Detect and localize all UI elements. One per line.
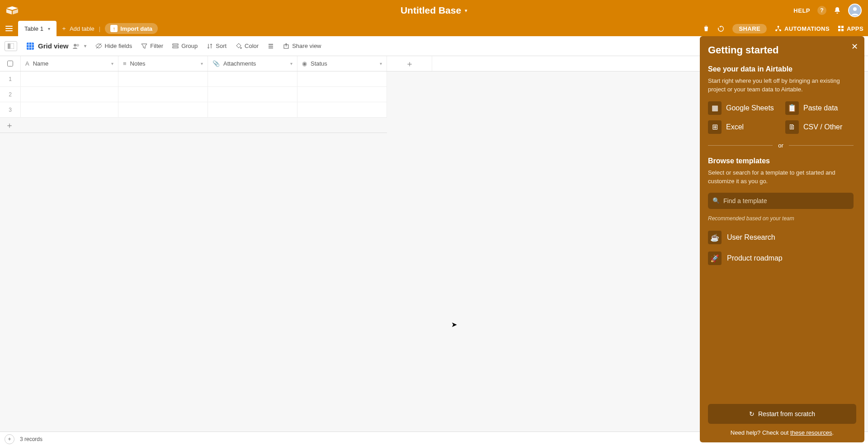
automations-icon [775, 25, 782, 32]
upload-icon: ↑ [110, 25, 118, 32]
add-table-button[interactable]: ＋ Add table [61, 24, 94, 33]
row-height-icon [268, 43, 274, 49]
template-search-input[interactable] [708, 193, 854, 209]
column-dropdown-icon[interactable]: ▾ [290, 61, 292, 66]
share-button[interactable]: SHARE [732, 24, 767, 33]
apps-button[interactable]: APPS [838, 25, 863, 32]
eye-off-icon [95, 43, 102, 49]
column-header-status[interactable]: ◉Status▾ [297, 56, 387, 71]
getting-started-panel: ✕ Getting started See your data in Airta… [700, 36, 864, 442]
column-dropdown-icon[interactable]: ▾ [111, 61, 113, 66]
import-option-paste-data[interactable]: 📋Paste data [785, 101, 854, 115]
template-icon: 🚀 [708, 251, 722, 265]
plus-icon: ＋ [61, 24, 67, 33]
cell[interactable] [297, 87, 387, 102]
base-title-dropdown-icon[interactable]: ▾ [465, 8, 467, 14]
share-icon [283, 43, 289, 49]
history-icon[interactable] [717, 25, 724, 32]
cell[interactable] [297, 71, 387, 86]
cell[interactable] [208, 87, 297, 102]
row-number: 3 [0, 102, 21, 117]
browse-templates-subtitle: Select or search for a template to get s… [708, 169, 854, 186]
template-product-roadmap[interactable]: 🚀Product roadmap [708, 248, 854, 269]
svg-rect-11 [841, 29, 844, 31]
cell[interactable] [208, 71, 297, 86]
help-resources-link[interactable]: these resources [790, 429, 832, 436]
view-sidebar-toggle[interactable] [5, 41, 17, 51]
collaborators-icon[interactable] [72, 43, 80, 49]
base-title[interactable]: Untitled Base [401, 5, 461, 16]
see-data-subtitle: Start right where you left off by bringi… [708, 77, 854, 94]
svg-marker-1 [6, 9, 12, 14]
hamburger-menu-icon[interactable] [5, 24, 14, 33]
color-icon [236, 43, 242, 49]
grid-icon [26, 42, 34, 50]
template-user-research[interactable]: ☕User Research [708, 227, 854, 248]
share-view-button[interactable]: Share view [283, 43, 321, 49]
import-option-csv-other[interactable]: 🗎CSV / Other [785, 120, 854, 134]
table-row[interactable]: 1 [0, 71, 387, 87]
table-row[interactable]: 2 [0, 87, 387, 102]
cell[interactable] [21, 102, 118, 117]
close-panel-button[interactable]: ✕ [851, 42, 858, 52]
add-row-button[interactable]: ＋ [0, 118, 387, 133]
svg-rect-9 [841, 26, 844, 28]
sort-button[interactable]: Sort [207, 43, 226, 49]
group-button[interactable]: Group [172, 43, 198, 49]
cell[interactable] [21, 87, 118, 102]
restart-icon: ↻ [749, 410, 755, 418]
color-button[interactable]: Color [236, 43, 259, 49]
import-option-icon: 🗎 [785, 120, 799, 134]
view-caret-icon[interactable]: ▾ [84, 43, 86, 48]
svg-point-16 [76, 44, 79, 47]
cell[interactable] [118, 87, 208, 102]
column-dropdown-icon[interactable]: ▾ [201, 61, 203, 66]
row-height-button[interactable] [268, 43, 274, 49]
column-dropdown-icon[interactable]: ▾ [380, 61, 382, 66]
restart-button[interactable]: ↻ Restart from scratch [708, 404, 856, 424]
automations-button[interactable]: AUTOMATIONS [775, 25, 830, 32]
add-record-button[interactable]: ＋ [5, 434, 14, 444]
separator: | [99, 25, 100, 32]
column-type-icon: ◉ [302, 60, 307, 67]
notifications-icon[interactable] [834, 7, 841, 14]
svg-point-15 [74, 44, 76, 47]
column-type-icon: ≡ [123, 60, 127, 67]
view-name-dropdown[interactable]: Grid view ▾ [26, 42, 86, 50]
svg-line-17 [96, 43, 101, 48]
table-tab[interactable]: Table 1 ▾ [18, 21, 57, 36]
import-option-icon: 📋 [785, 101, 799, 115]
cell[interactable] [118, 102, 208, 117]
filter-button[interactable]: Filter [141, 43, 163, 49]
cell[interactable] [118, 71, 208, 86]
add-column-button[interactable]: ＋ [387, 56, 432, 71]
svg-point-5 [778, 26, 779, 28]
help-link[interactable]: HELP [793, 7, 810, 14]
cell[interactable] [297, 102, 387, 117]
svg-rect-14 [27, 43, 34, 50]
table-tab-dropdown-icon[interactable]: ▾ [48, 26, 50, 31]
column-header-notes[interactable]: ≡Notes▾ [118, 56, 208, 71]
table-tab-label: Table 1 [24, 25, 43, 32]
import-option-excel[interactable]: ⊞Excel [708, 120, 776, 134]
import-data-button[interactable]: ↑ Import data [105, 23, 158, 34]
trash-icon[interactable] [703, 25, 709, 32]
column-header-attachments[interactable]: 📎Attachments▾ [208, 56, 297, 71]
help-icon[interactable]: ? [817, 6, 826, 15]
apps-icon [838, 25, 844, 32]
user-avatar[interactable] [848, 4, 862, 17]
select-all-checkbox[interactable] [7, 61, 13, 66]
table-row[interactable]: 3 [0, 102, 387, 118]
airtable-logo-icon[interactable] [6, 5, 18, 15]
column-header-name[interactable]: AName▾ [21, 56, 118, 71]
cell[interactable] [208, 102, 297, 117]
svg-rect-12 [8, 43, 10, 49]
svg-rect-19 [173, 47, 178, 48]
svg-marker-0 [6, 6, 18, 10]
svg-rect-8 [838, 26, 840, 28]
search-icon: 🔍 [712, 197, 720, 204]
cell[interactable] [21, 71, 118, 86]
import-option-google-sheets[interactable]: ▦Google Sheets [708, 101, 776, 115]
svg-rect-13 [10, 43, 14, 49]
hide-fields-button[interactable]: Hide fields [95, 43, 132, 49]
